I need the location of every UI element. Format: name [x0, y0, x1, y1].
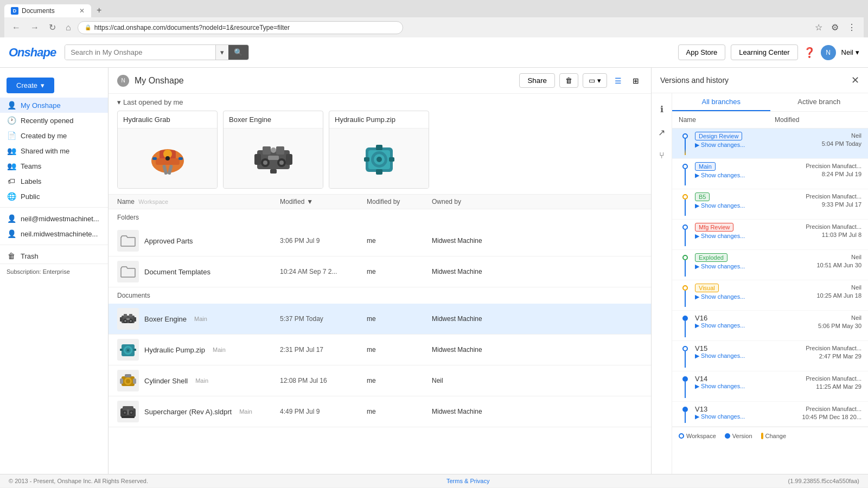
svg-rect-26 — [364, 157, 369, 162]
grid-view-button[interactable]: ⊞ — [629, 75, 642, 86]
card-boxer-engine[interactable]: Boxer Engine — [223, 111, 323, 189]
list-view-button[interactable]: ☰ — [611, 75, 625, 86]
user-name-button[interactable]: Neil ▾ — [841, 48, 859, 56]
version-row-v15[interactable]: V15 ▶ Show changes... Precision Manufact… — [672, 341, 868, 371]
card-hydraulic-pump[interactable]: Hydraulic Pump.zip — [329, 111, 429, 189]
show-changes-3[interactable]: ▶ Show changes... — [695, 233, 775, 240]
sidebar-item-user2[interactable]: 👤 neil.midwestmachinete... — [0, 226, 108, 241]
user1-icon: 👤 — [7, 214, 16, 223]
versions-share-button[interactable]: ↗ — [656, 125, 667, 140]
search-submit-button[interactable]: 🔍 — [228, 45, 248, 60]
show-changes-6[interactable]: ▶ Show changes... — [695, 322, 775, 329]
version-row-v13[interactable]: V13 ▶ Show changes... Precision Manufact… — [672, 402, 868, 427]
show-changes-0[interactable]: ▶ Show changes... — [695, 142, 775, 149]
help-button[interactable]: ❓ — [803, 47, 815, 59]
sidebar-item-my-onshape[interactable]: 👤 My Onshape — [0, 98, 108, 113]
folder-row-document-templates[interactable]: Document Templates 10:24 AM Sep 7 2... m… — [108, 256, 651, 287]
recently-header[interactable]: ▾ Last opened by me — [108, 94, 651, 111]
doc-4-name-cell: Supercharger (Rev A).sldprt Main — [117, 401, 280, 422]
user-avatar[interactable]: N — [821, 45, 836, 60]
legend-change: Change — [761, 433, 787, 439]
show-changes-9[interactable]: ▶ Show changes... — [695, 413, 775, 420]
sidebar-item-labels[interactable]: 🏷 Labels — [0, 174, 108, 189]
share-button[interactable]: Share — [519, 73, 555, 88]
show-changes-2[interactable]: ▶ Show changes... — [695, 202, 775, 209]
version-row-v14[interactable]: V14 ▶ Show changes... Precision Manufact… — [672, 371, 868, 402]
versions-branch-button[interactable]: ⑂ — [657, 149, 667, 163]
sidebar-item-created-by[interactable]: 📄 Created by me — [0, 128, 108, 143]
folder-2-modified: 10:24 AM Sep 7 2... — [280, 268, 367, 275]
tab-active-branch[interactable]: Active branch — [770, 93, 869, 111]
sidebar-item-user1[interactable]: 👤 neil@midwestmachinet... — [0, 211, 108, 226]
version-row-mfg-review[interactable]: Mfg Review ▶ Show changes... Precision M… — [672, 220, 868, 250]
card-hydraulic-grab[interactable]: Hydraulic Grab — [117, 111, 218, 189]
create-button[interactable]: Create ▾ — [7, 78, 54, 93]
doc-row-hydraulic-pump[interactable]: Hydraulic Pump.zip Main 2:31 PM Jul 17 m… — [108, 335, 651, 365]
onshape-logo[interactable]: Onshape — [9, 46, 56, 60]
footer-terms[interactable]: Terms & Privacy — [446, 478, 489, 484]
doc-row-boxer-engine[interactable]: Boxer Engine Main 5:37 PM Today me Midwe… — [108, 304, 651, 335]
show-changes-1[interactable]: ▶ Show changes... — [695, 172, 775, 179]
doc-row-cylinder-shell[interactable]: Cylinder Shell Main 12:08 PM Jul 16 me N… — [108, 365, 651, 396]
version-row-main[interactable]: Main ▶ Show changes... Precision Manufac… — [672, 159, 868, 189]
col-header-modified[interactable]: Modified ▼ — [280, 198, 367, 206]
new-tab-button[interactable]: + — [92, 3, 106, 17]
sidebar-item-teams[interactable]: 👥 Teams — [0, 158, 108, 174]
line-4 — [685, 260, 686, 277]
back-button[interactable]: ← — [9, 22, 24, 34]
delete-button[interactable]: 🗑 — [559, 73, 578, 88]
folder-row-approved-parts[interactable]: Approved Parts 3:06 PM Jul 9 me Midwest … — [108, 226, 651, 256]
version-row-v16[interactable]: V16 ▶ Show changes... Neil5:06 PM May 30 — [672, 311, 868, 341]
show-changes-7[interactable]: ▶ Show changes... — [695, 352, 775, 359]
version-row-design-review[interactable]: Design Review ▶ Show changes... Neil5:04… — [672, 129, 868, 159]
refresh-button[interactable]: ↻ — [46, 21, 59, 34]
browser-toolbar-right: ☆ ⚙ ⋮ — [812, 21, 859, 34]
dot-2 — [682, 194, 688, 200]
show-changes-5[interactable]: ▶ Show changes... — [695, 293, 775, 300]
legend-version-label: Version — [732, 433, 752, 439]
versions-info-button[interactable]: ℹ — [658, 102, 666, 117]
cylinder-shell-row-icon — [117, 370, 139, 391]
sidebar-item-trash[interactable]: 🗑 Trash — [0, 248, 108, 264]
menu-button[interactable]: ⋮ — [844, 21, 859, 34]
search-bar: ▾ 🔍 — [65, 44, 249, 60]
versions-panel: Versions and history ✕ ℹ ↗ ⑂ All branche… — [651, 68, 868, 474]
version-row-b5[interactable]: B5 ▶ Show changes... Precision Manufact.… — [672, 189, 868, 220]
doc-row-supercharger[interactable]: Supercharger (Rev A).sldprt Main 4:49 PM… — [108, 396, 651, 427]
folder-2-icon-svg — [120, 266, 136, 278]
forward-button[interactable]: → — [27, 22, 42, 34]
versions-close-button[interactable]: ✕ — [851, 74, 859, 86]
timeline-5 — [679, 284, 692, 307]
active-tab[interactable]: D Documents ✕ — [4, 4, 91, 17]
recently-header-label: Last opened by me — [123, 98, 183, 106]
address-bar[interactable]: 🔒 https://cad.onshape.com/documents?node… — [78, 21, 403, 34]
tab-close-button[interactable]: ✕ — [79, 7, 85, 15]
app-store-button[interactable]: App Store — [678, 44, 726, 60]
versions-sidebar-icons: ℹ ↗ ⑂ — [652, 93, 672, 474]
sidebar-teams-label: Teams — [21, 162, 41, 170]
show-changes-4[interactable]: ▶ Show changes... — [695, 263, 775, 270]
view-filter-button[interactable]: ▭ ▾ — [583, 73, 607, 88]
search-dropdown-button[interactable]: ▾ — [215, 45, 228, 60]
learning-center-button[interactable]: Learning Center — [731, 44, 797, 60]
version-row-visual[interactable]: Visual ▶ Show changes... Neil10:25 AM Ju… — [672, 280, 868, 311]
version-row-exploded[interactable]: Exploded ▶ Show changes... Neil10:51 AM … — [672, 250, 868, 280]
bookmark-button[interactable]: ☆ — [812, 21, 826, 34]
v16-label: V16 — [695, 314, 775, 322]
search-input[interactable] — [65, 45, 215, 60]
my-onshape-icon: 👤 — [7, 101, 16, 110]
sidebar-item-recently-opened[interactable]: 🕐 Recently opened — [0, 113, 108, 128]
timeline-7 — [679, 344, 692, 368]
sidebar-item-public[interactable]: 🌐 Public — [0, 189, 108, 204]
sidebar-public-label: Public — [21, 192, 40, 201]
sidebar-item-shared[interactable]: 👥 Shared with me — [0, 143, 108, 158]
doc-3-workspace: Main — [195, 377, 208, 384]
tab-all-branches[interactable]: All branches — [672, 93, 770, 111]
extensions-button[interactable]: ⚙ — [828, 21, 842, 34]
show-changes-8[interactable]: ▶ Show changes... — [695, 383, 775, 390]
home-button[interactable]: ⌂ — [62, 22, 74, 34]
badge-b5: B5 — [695, 192, 710, 201]
svg-rect-50 — [133, 378, 136, 384]
documents-section-label: Documents — [108, 287, 651, 304]
version-0-content: Design Review ▶ Show changes... — [695, 132, 775, 149]
